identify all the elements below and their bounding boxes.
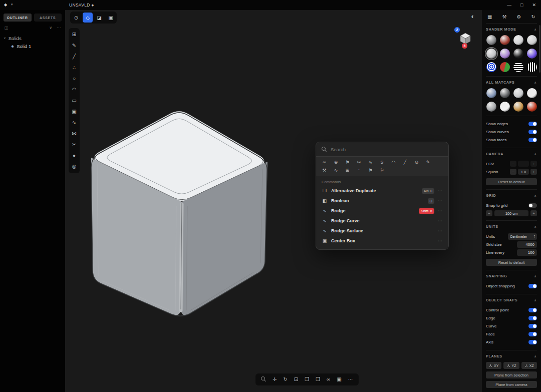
matcap-silver[interactable] — [513, 88, 523, 98]
grid-step-decrement-button[interactable]: − — [486, 210, 492, 216]
divide-icon[interactable]: ÷ — [356, 168, 362, 173]
collapse-icon[interactable]: ∧ — [534, 194, 537, 198]
fov-value[interactable] — [518, 161, 529, 167]
command-more-icon[interactable]: ⋯ — [438, 238, 443, 243]
all-matcaps-header[interactable]: ALL MATCAPS ∧ — [486, 80, 537, 85]
plane-from-camera-button[interactable]: Plane from camera — [486, 381, 537, 388]
rectangle-icon[interactable]: ▭ — [72, 98, 76, 103]
face-snap-toggle[interactable] — [528, 332, 537, 336]
bridge-icon[interactable]: ∿ — [368, 160, 373, 165]
units-header[interactable]: UNITS ∧ — [486, 224, 537, 229]
show-edges-toggle[interactable] — [528, 122, 537, 126]
command-more-icon[interactable]: ⋯ — [438, 198, 443, 203]
matcap-black[interactable] — [513, 49, 523, 59]
collapse-all-icon[interactable]: ∨ — [49, 26, 52, 30]
patch-icon[interactable]: ∿ — [333, 168, 339, 173]
plane-yz-button[interactable]: YZ — [503, 362, 519, 369]
snapping-header[interactable]: SNAPPING ∧ — [486, 274, 537, 278]
squish-value[interactable]: 1.0 — [518, 169, 529, 175]
sketch-grid-icon[interactable]: ⊞ — [72, 32, 76, 37]
command-more-icon[interactable]: ⋯ — [438, 218, 443, 223]
grid-step-increment-button[interactable]: + — [530, 210, 537, 216]
units-reset-button[interactable]: Reset to default — [486, 259, 537, 266]
pencil-icon[interactable]: ✎ — [72, 43, 76, 48]
paste-icon[interactable]: ❒ — [316, 377, 320, 382]
camera-reset-button[interactable]: Reset to default — [486, 178, 537, 185]
fov-increment-button[interactable]: + — [530, 161, 537, 167]
sphere-icon[interactable]: ⊚ — [414, 160, 419, 165]
face-mode-button[interactable]: ◪ — [94, 13, 104, 23]
matcap-light-gray[interactable] — [513, 35, 523, 45]
shader-mode-header[interactable]: SHADER MODE ∧ — [486, 27, 537, 32]
viewport-grid-icon[interactable]: ▦ — [487, 14, 492, 20]
control-point-mode-button[interactable]: ⊙ — [71, 13, 81, 23]
matcap-blue-rings[interactable] — [486, 62, 496, 72]
project-icon[interactable]: ⊞ — [345, 168, 350, 173]
command-more-icon[interactable]: ⋯ — [438, 228, 443, 233]
tools-icon[interactable]: ⚒ — [502, 14, 507, 20]
axis-snap-toggle[interactable] — [528, 340, 537, 344]
collapse-icon[interactable]: ∧ — [534, 274, 537, 278]
tab-assets[interactable]: ASSETS — [34, 14, 62, 22]
matcap-mid-gray[interactable] — [486, 102, 496, 112]
app-logo-icon[interactable]: ◆ — [4, 3, 7, 7]
grid-step-value[interactable]: 100 cm — [494, 210, 528, 216]
panel-layout-icon[interactable]: ◫ — [5, 26, 9, 30]
plane-from-selection-button[interactable]: Plane from selection — [486, 371, 537, 378]
command-row-bridge[interactable]: ∿ Bridge Shift+B ⋯ — [316, 206, 448, 216]
collapse-icon[interactable]: ∧ — [534, 354, 537, 358]
minimize-button[interactable]: — — [507, 3, 511, 8]
outliner-more-icon[interactable]: ⋯ — [57, 26, 61, 30]
matcap-violet[interactable] — [527, 49, 537, 59]
collapse-icon[interactable]: ∧ — [534, 298, 537, 302]
chevron-down-icon[interactable]: ∨ — [4, 36, 6, 40]
attach-icon[interactable]: ∞ — [327, 377, 330, 382]
close-button[interactable]: ✕ — [532, 3, 536, 8]
tree-group-solids[interactable]: ∨ Solids — [4, 34, 62, 42]
grid-size-input[interactable]: 4000 — [517, 241, 537, 248]
matcap-gray[interactable] — [486, 35, 496, 45]
matcap-steel-blue[interactable] — [486, 88, 496, 98]
search-input[interactable] — [331, 147, 431, 152]
matcap-zebra-vertical[interactable] — [527, 62, 537, 72]
flag-icon[interactable]: ⚑ — [368, 168, 373, 173]
flag-outline-icon[interactable]: ⚐ — [379, 168, 385, 173]
orbit-icon[interactable]: ↻ — [283, 377, 287, 382]
frame-icon[interactable]: ⊡ — [294, 377, 298, 382]
matcap-normal[interactable] — [500, 62, 510, 72]
tag-icon[interactable]: ⚑ — [345, 160, 350, 165]
trim-icon[interactable]: ✂ — [356, 160, 362, 165]
app-menu-caret-icon[interactable]: ▾ — [11, 3, 13, 7]
snap-to-grid-toggle[interactable] — [528, 203, 537, 208]
contrast-icon[interactable]: ◐ — [471, 13, 475, 20]
box-icon[interactable]: ▣ — [72, 109, 76, 114]
plane-xy-button[interactable]: XY — [486, 362, 501, 369]
control-point-snap-toggle[interactable] — [528, 308, 537, 312]
grid-header[interactable]: GRID ∧ — [486, 193, 537, 198]
command-row-center-box[interactable]: ▣ Center Box ⋯ — [316, 236, 448, 246]
maximize-button[interactable]: □ — [520, 3, 523, 8]
sphere-icon[interactable]: ● — [73, 153, 76, 158]
matcap-copper-red[interactable] — [527, 102, 537, 112]
collapse-icon[interactable]: ∧ — [534, 81, 537, 85]
duplicate-icon[interactable]: ❐ — [305, 377, 309, 382]
line-icon[interactable]: ╱ — [73, 54, 76, 59]
curve-snap-toggle[interactable] — [528, 324, 537, 328]
search-icon[interactable] — [261, 376, 266, 382]
line-icon[interactable]: ╱ — [402, 160, 408, 165]
attach-icon[interactable]: ∞ — [322, 160, 327, 165]
panel-scrollbar[interactable] — [539, 25, 540, 73]
matcap-zebra-horizontal[interactable] — [513, 62, 523, 72]
units-select[interactable]: Centimeter ▴▾ — [508, 233, 537, 240]
object-snapping-toggle[interactable] — [528, 284, 537, 288]
mirror-icon[interactable]: ⋈ — [72, 131, 77, 136]
matcap-white[interactable] — [527, 88, 537, 98]
squish-decrement-button[interactable]: − — [510, 169, 516, 175]
nav-cube[interactable]: 2 5 — [456, 27, 474, 51]
command-row-bridge-surface[interactable]: ∿ Bridge Surface ⋯ — [316, 226, 448, 236]
matcap-soft-white[interactable] — [527, 35, 537, 45]
more-icon[interactable]: ⋯ — [348, 377, 353, 382]
collapse-icon[interactable]: ∧ — [534, 152, 537, 156]
pan-icon[interactable]: ✛ — [273, 377, 277, 382]
hammer-icon[interactable]: ⚒ — [322, 168, 327, 173]
